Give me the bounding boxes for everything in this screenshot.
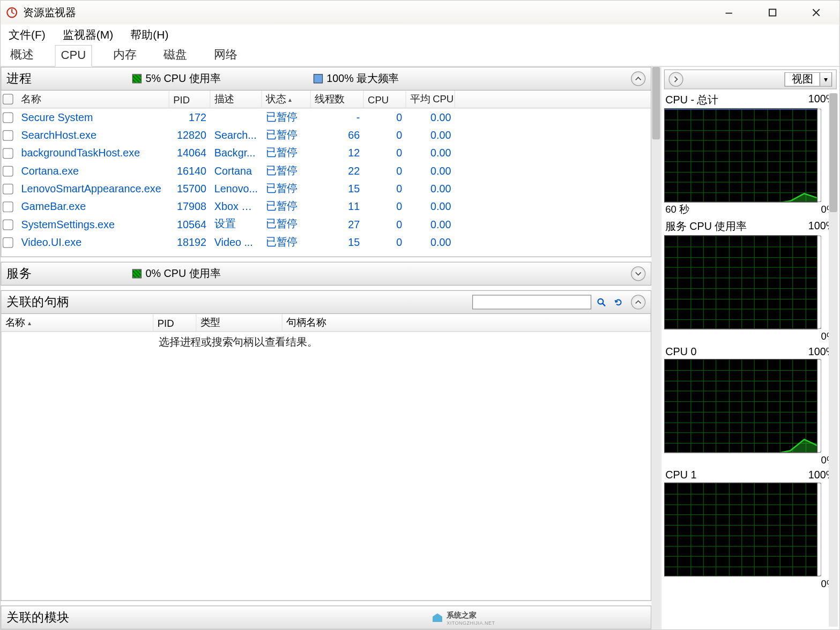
hcol-name[interactable]: 名称▴ xyxy=(1,314,153,331)
col-state[interactable]: 状态▴ xyxy=(262,91,311,108)
right-scrollbar[interactable] xyxy=(829,93,838,627)
table-row[interactable]: LenovoSmartAppearance.exe15700Lenovo...已… xyxy=(1,180,651,198)
tab-memory[interactable]: 内存 xyxy=(108,43,142,66)
services-cpu-usage: 0% CPU 使用率 xyxy=(132,267,221,281)
tabbar: 概述 CPU 内存 磁盘 网络 xyxy=(1,44,839,67)
handles-title: 关联的句柄 xyxy=(6,294,218,311)
left-scrollbar[interactable] xyxy=(651,67,660,629)
handles-collapse-button[interactable] xyxy=(631,295,645,309)
modules-title: 关联的模块 xyxy=(6,609,106,626)
graph-canvas xyxy=(664,235,817,329)
cell-pid: 18192 xyxy=(169,236,210,248)
search-button[interactable] xyxy=(594,295,608,309)
cell-threads: 15 xyxy=(311,183,364,194)
row-checkbox[interactable] xyxy=(3,130,13,140)
processes-collapse-button[interactable] xyxy=(631,71,645,86)
table-row[interactable]: Cortana.exe16140Cortana已暂停2200.00 xyxy=(1,162,651,179)
processes-table-header: 名称 PID 描述 状态▴ 线程数 CPU 平均 CPU xyxy=(1,91,651,108)
col-desc[interactable]: 描述 xyxy=(210,91,262,108)
col-name[interactable]: 名称 xyxy=(17,91,169,108)
handles-search-input[interactable] xyxy=(472,295,591,309)
sort-asc-icon: ▴ xyxy=(288,95,292,103)
tab-overview[interactable]: 概述 xyxy=(5,43,39,66)
graph-canvas xyxy=(664,108,817,202)
row-checkbox[interactable] xyxy=(3,166,13,176)
graph-panel-collapse-button[interactable] xyxy=(668,72,683,87)
col-threads[interactable]: 线程数 xyxy=(311,91,364,108)
app-icon xyxy=(6,6,18,18)
maximize-button[interactable] xyxy=(759,3,786,22)
graph-toolbar: 视图 ▾ xyxy=(664,70,837,89)
cell-threads: 11 xyxy=(311,201,364,213)
menu-monitor[interactable]: 监视器(M) xyxy=(58,26,117,43)
cell-avg: 0.00 xyxy=(406,236,455,248)
cell-state: 已暂停 xyxy=(262,235,311,249)
cell-avg: 0.00 xyxy=(406,219,455,230)
view-dropdown[interactable]: 视图 ▾ xyxy=(784,72,832,87)
table-row[interactable]: Secure System172已暂停-00.00 xyxy=(1,108,651,126)
menu-file[interactable]: 文件(F) xyxy=(5,26,50,43)
row-checkbox[interactable] xyxy=(3,201,13,212)
refresh-button[interactable] xyxy=(611,295,626,309)
graph-xaxis-label: 60 秒 xyxy=(665,204,821,216)
cell-name: Secure System xyxy=(17,111,169,123)
processes-max-freq: 100% 最大频率 xyxy=(314,72,399,86)
tab-cpu[interactable]: CPU xyxy=(55,45,92,67)
close-button[interactable] xyxy=(802,3,830,22)
cell-pid: 16140 xyxy=(169,165,210,177)
tab-network[interactable]: 网络 xyxy=(209,43,243,66)
cell-name: SystemSettings.exe xyxy=(17,219,169,230)
table-row[interactable]: Video.UI.exe18192Video ...已暂停1500.00 xyxy=(1,234,651,251)
col-avg[interactable]: 平均 CPU xyxy=(406,91,455,108)
cell-cpu: 0 xyxy=(364,111,406,123)
svg-marker-9 xyxy=(665,193,817,202)
row-checkbox[interactable] xyxy=(3,112,13,123)
hcol-hname[interactable]: 句柄名称 xyxy=(283,314,651,331)
col-cpu[interactable]: CPU xyxy=(364,91,406,108)
table-row[interactable]: backgroundTaskHost.exe14064Backgr...已暂停1… xyxy=(1,144,651,162)
modules-header[interactable]: 关联的模块 xyxy=(1,605,651,629)
menu-help[interactable]: 帮助(H) xyxy=(127,26,173,43)
row-checkbox[interactable] xyxy=(3,237,13,248)
row-checkbox[interactable] xyxy=(3,183,13,194)
cell-pid: 10564 xyxy=(169,219,210,230)
table-row[interactable]: GameBar.exe17908Xbox G...已暂停1100.00 xyxy=(1,198,651,215)
graph-canvas xyxy=(664,483,817,576)
hcol-type[interactable]: 类型 xyxy=(196,314,282,331)
cell-threads: 12 xyxy=(311,147,364,159)
cell-cpu: 0 xyxy=(364,147,406,159)
graph-xaxis-label xyxy=(665,578,821,589)
processes-header[interactable]: 进程 5% CPU 使用率 100% 最大频率 xyxy=(1,67,651,91)
scrollbar-thumb[interactable] xyxy=(829,93,837,212)
hcol-pid[interactable]: PID xyxy=(153,314,196,331)
chevron-down-icon xyxy=(635,271,642,277)
cell-name: LenovoSmartAppearance.exe xyxy=(17,183,169,194)
select-all-checkbox[interactable] xyxy=(3,94,13,104)
services-header[interactable]: 服务 0% CPU 使用率 xyxy=(1,262,651,286)
cell-state: 已暂停 xyxy=(262,110,311,124)
col-pid[interactable]: PID xyxy=(169,91,210,108)
graph-title: CPU 1 xyxy=(665,469,808,481)
table-row[interactable]: SystemSettings.exe10564设置已暂停2700.00 xyxy=(1,215,651,233)
cell-state: 已暂停 xyxy=(262,182,311,196)
menubar: 文件(F) 监视器(M) 帮助(H) xyxy=(1,25,839,44)
refresh-icon xyxy=(613,297,623,308)
table-row[interactable]: SearchHost.exe12820Search...已暂停6600.00 xyxy=(1,126,651,144)
scrollbar-thumb[interactable] xyxy=(652,67,660,140)
cell-pid: 17908 xyxy=(169,201,210,213)
row-checkbox[interactable] xyxy=(3,219,13,230)
graph-block: CPU 1100%0% xyxy=(664,469,837,589)
tab-disk[interactable]: 磁盘 xyxy=(158,43,192,66)
window-title: 资源监视器 xyxy=(23,5,715,19)
chevron-up-icon xyxy=(635,76,642,82)
handles-header[interactable]: 关联的句柄 xyxy=(1,290,651,314)
titlebar: 资源监视器 xyxy=(1,1,839,24)
cell-desc: Xbox G... xyxy=(210,201,262,213)
svg-marker-11 xyxy=(665,439,817,453)
search-icon xyxy=(596,297,606,308)
row-checkbox[interactable] xyxy=(3,148,13,159)
graph-xaxis-label xyxy=(665,454,821,466)
services-expand-button[interactable] xyxy=(631,266,645,281)
minimize-button[interactable] xyxy=(715,3,743,22)
swatch-green-icon xyxy=(132,74,142,83)
